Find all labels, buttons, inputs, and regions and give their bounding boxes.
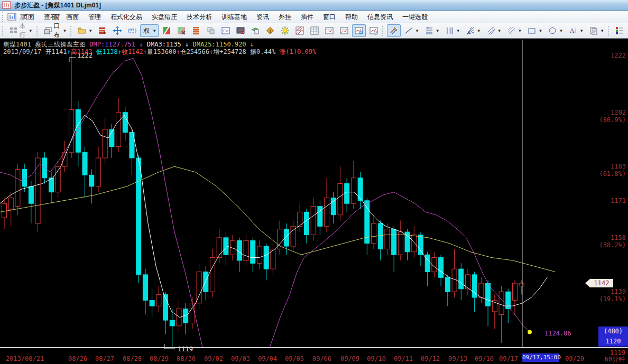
candle-up bbox=[479, 283, 484, 297]
chevron-down-icon[interactable]: ▼ bbox=[152, 29, 156, 33]
new-chart-button[interactable] bbox=[352, 24, 366, 37]
orange-bars-icon bbox=[191, 26, 201, 35]
menu-grip-handle[interactable] bbox=[2, 12, 5, 22]
chevron-down-icon[interactable]: ▼ bbox=[29, 29, 33, 33]
candle-down bbox=[304, 212, 309, 235]
indicator-off-button[interactable] bbox=[174, 24, 188, 37]
menu-item-插件[interactable]: 插件 bbox=[296, 11, 318, 23]
candle-up bbox=[257, 246, 262, 263]
fio-button[interactable]: Fio bbox=[219, 24, 233, 37]
copy-squares-button[interactable] bbox=[204, 24, 218, 37]
pages-tool-button[interactable]: ▼ bbox=[587, 24, 606, 37]
chevron-down-icon[interactable]: ▼ bbox=[559, 29, 563, 33]
window-layout-button[interactable]: 窗口布局▼ bbox=[41, 24, 69, 37]
date-label-09/05: 09/05 bbox=[285, 355, 304, 362]
mini-chart2-button[interactable] bbox=[337, 24, 351, 37]
green-docs-icon bbox=[251, 26, 260, 35]
date-label-09/12: 09/12 bbox=[421, 355, 440, 362]
indicator-green-button[interactable] bbox=[160, 24, 173, 37]
candle-down bbox=[459, 269, 464, 289]
menu-item-训练基地[interactable]: 训练基地 bbox=[217, 11, 252, 23]
vlines-tool-button[interactable]: ▼ bbox=[443, 24, 463, 37]
menu-item-管理[interactable]: 管理 bbox=[84, 11, 106, 23]
sun-button[interactable] bbox=[278, 24, 292, 37]
circle-tool-button[interactable]: ▼ bbox=[546, 24, 565, 37]
toolbar-grip-handle[interactable] bbox=[2, 26, 4, 36]
diag-gray-icon bbox=[177, 26, 186, 35]
candlestick-chart-area[interactable]: 焦煤1401 蔡氏三线操盘主图 DMP:1127.751 ↓ DMA3:1135… bbox=[0, 39, 628, 364]
menu-item-窗口[interactable]: 窗口 bbox=[318, 11, 340, 23]
menu-item-资讯[interactable]: 资讯 bbox=[252, 11, 274, 23]
retracement-label: (80.9%) bbox=[599, 116, 626, 124]
candle-down bbox=[150, 300, 154, 306]
chevron-down-icon[interactable]: ▼ bbox=[579, 29, 584, 33]
chart-ok-button[interactable] bbox=[367, 24, 381, 37]
menu-item-实盘猎庄[interactable]: 实盘猎庄 bbox=[147, 11, 182, 23]
measure-button[interactable] bbox=[125, 24, 139, 37]
chevron-down-icon[interactable]: ▼ bbox=[538, 29, 542, 33]
readout-token: DMA25:1150.920 ↓ bbox=[192, 41, 254, 48]
rgb-dots-button[interactable] bbox=[613, 24, 626, 37]
menu-item-信息资讯[interactable]: 信息资讯 bbox=[363, 11, 398, 23]
chevron-down-icon[interactable]: ▼ bbox=[456, 29, 460, 33]
candle-down bbox=[506, 292, 511, 309]
date-label-09/13: 09/13 bbox=[448, 355, 467, 362]
candle-up bbox=[372, 223, 376, 244]
docs-button[interactable] bbox=[248, 24, 262, 37]
menu-item-一键选股[interactable]: 一键选股 bbox=[398, 11, 432, 23]
period-label[interactable]: 60分钟 bbox=[605, 355, 625, 364]
menu-item-技术分析[interactable]: 技术分析 bbox=[182, 11, 217, 23]
multi-chart-button[interactable] bbox=[293, 24, 307, 37]
candle-down bbox=[392, 229, 396, 255]
toolbar-grip-handle[interactable] bbox=[608, 26, 610, 36]
chevron-down-icon[interactable]: ▼ bbox=[600, 29, 604, 33]
readout-token: 开1141 bbox=[45, 48, 67, 55]
toolbar-grip-handle[interactable] bbox=[70, 26, 72, 36]
orange-bars-button[interactable] bbox=[189, 24, 203, 37]
chevron-down-icon[interactable]: ▼ bbox=[497, 29, 502, 33]
window-title: 步步汇盈 - [焦煤1401 DLjm01] bbox=[14, 1, 101, 10]
red-bars-icon bbox=[98, 26, 107, 35]
chart-canvas[interactable]: 122211191124.86 bbox=[0, 39, 628, 364]
toolbar-grip-handle[interactable] bbox=[36, 26, 39, 36]
warning-button[interactable]: ! bbox=[263, 24, 277, 37]
menu-item-程式化交易[interactable]: 程式化交易 bbox=[106, 11, 147, 23]
quote-list-button[interactable] bbox=[96, 24, 109, 37]
readout-token: 收1142 bbox=[122, 48, 143, 55]
chevron-down-icon[interactable]: ▼ bbox=[63, 29, 67, 33]
open-button[interactable]: ▼ bbox=[75, 24, 95, 37]
line-icon bbox=[404, 26, 413, 35]
svg-text:A: A bbox=[570, 27, 575, 34]
basic-quotes-button[interactable]: 基本行情▼ bbox=[7, 24, 35, 37]
chevron-down-icon[interactable]: ▼ bbox=[415, 29, 419, 33]
chart-flag-button[interactable] bbox=[234, 24, 247, 37]
menu-item-帮助[interactable]: 帮助 bbox=[340, 11, 363, 23]
rights-adjust-button[interactable]: 权▼ bbox=[140, 24, 159, 37]
candle-up bbox=[69, 109, 74, 152]
chevron-down-icon[interactable]: ▼ bbox=[477, 29, 481, 33]
candle-down bbox=[345, 183, 349, 203]
text-tool-button[interactable]: A▼ bbox=[566, 24, 586, 37]
menu-item-画面[interactable]: 画面 bbox=[61, 11, 84, 23]
chevron-down-icon[interactable]: ▼ bbox=[436, 29, 440, 33]
toolbar-grip-handle[interactable] bbox=[382, 26, 384, 36]
move-button[interactable] bbox=[110, 24, 124, 37]
svg-text:!: ! bbox=[270, 29, 271, 34]
chevron-down-icon[interactable]: ▼ bbox=[518, 29, 522, 33]
mini-chart-button[interactable] bbox=[322, 24, 336, 37]
draw-pencil-button[interactable] bbox=[387, 24, 401, 37]
table-button[interactable] bbox=[308, 24, 321, 37]
fib-tool-button[interactable]: ▼ bbox=[422, 24, 442, 37]
line-tool-button[interactable]: ▼ bbox=[402, 24, 421, 37]
candle-up bbox=[512, 283, 517, 300]
rect-tool-button[interactable]: ▼ bbox=[525, 24, 544, 37]
chart-window-icon[interactable] bbox=[7, 12, 17, 22]
menu-item-外挂[interactable]: 外挂 bbox=[274, 11, 296, 23]
fan-icon bbox=[466, 26, 475, 35]
readout-token: 焦煤1401 蔡氏三线操盘主图 bbox=[3, 41, 89, 48]
fan-tool-button[interactable]: ▼ bbox=[464, 24, 483, 37]
chevron-down-icon[interactable]: ▼ bbox=[88, 29, 93, 33]
channel-tool-button[interactable]: ▼ bbox=[484, 24, 504, 37]
hatch-tool-button[interactable]: ▼ bbox=[505, 24, 524, 37]
candle-up bbox=[35, 158, 40, 223]
